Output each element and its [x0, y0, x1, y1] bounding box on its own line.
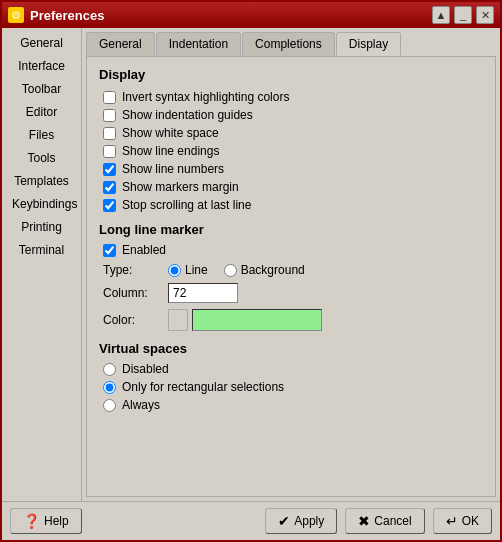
- checkbox-line-numbers-label: Show line numbers: [122, 162, 224, 176]
- help-label: Help: [44, 514, 69, 528]
- bottom-right-buttons: ✔ Apply ✖ Cancel ↵ OK: [265, 508, 492, 534]
- checkbox-invert-syntax-label: Invert syntax highlighting colors: [122, 90, 289, 104]
- titlebar-buttons: ▲ _ ✕: [432, 6, 494, 24]
- type-background-label: Background: [241, 263, 305, 277]
- enabled-label: Enabled: [122, 243, 166, 257]
- type-line-radio[interactable]: [168, 264, 181, 277]
- column-input[interactable]: [168, 283, 238, 303]
- content-area: General Interface Toolbar Editor Files T…: [2, 28, 500, 501]
- type-row: Type: Line Background: [99, 263, 483, 277]
- cancel-button[interactable]: ✖ Cancel: [345, 508, 424, 534]
- color-container: [168, 309, 322, 331]
- checkbox-line-endings-label: Show line endings: [122, 144, 219, 158]
- cancel-icon: ✖: [358, 513, 370, 529]
- sidebar-item-editor[interactable]: Editor: [4, 101, 79, 123]
- tab-completions[interactable]: Completions: [242, 32, 335, 56]
- long-line-marker-title: Long line marker: [99, 222, 483, 237]
- tab-display[interactable]: Display: [336, 32, 401, 56]
- sidebar-item-tools[interactable]: Tools: [4, 147, 79, 169]
- tab-indentation[interactable]: Indentation: [156, 32, 241, 56]
- up-button[interactable]: ▲: [432, 6, 450, 24]
- long-line-marker-section: Long line marker Enabled Type: Line: [99, 222, 483, 331]
- checkbox-stop-scrolling-label: Stop scrolling at last line: [122, 198, 251, 212]
- sidebar-item-toolbar[interactable]: Toolbar: [4, 78, 79, 100]
- sidebar-item-terminal[interactable]: Terminal: [4, 239, 79, 261]
- checkbox-line-endings-input[interactable]: [103, 145, 116, 158]
- color-label: Color:: [103, 313, 168, 327]
- type-line-label: Line: [185, 263, 208, 277]
- checkbox-invert-syntax: Invert syntax highlighting colors: [99, 90, 483, 104]
- checkbox-indent-guides-input[interactable]: [103, 109, 116, 122]
- virtual-always-label: Always: [122, 398, 160, 412]
- virtual-disabled-label: Disabled: [122, 362, 169, 376]
- checkbox-line-endings: Show line endings: [99, 144, 483, 158]
- main-area: General Indentation Completions Display …: [82, 28, 500, 501]
- sidebar-item-general[interactable]: General: [4, 32, 79, 54]
- sidebar-item-printing[interactable]: Printing: [4, 216, 79, 238]
- virtual-spaces-title: Virtual spaces: [99, 341, 483, 356]
- sidebar-item-templates[interactable]: Templates: [4, 170, 79, 192]
- tab-general[interactable]: General: [86, 32, 155, 56]
- checkbox-white-space: Show white space: [99, 126, 483, 140]
- sidebar-item-interface[interactable]: Interface: [4, 55, 79, 77]
- close-button[interactable]: ✕: [476, 6, 494, 24]
- help-icon: ❓: [23, 513, 40, 529]
- virtual-disabled-row: Disabled: [99, 362, 483, 376]
- type-background-radio-label[interactable]: Background: [224, 263, 305, 277]
- tab-bar: General Indentation Completions Display: [86, 32, 496, 56]
- virtual-always-radio[interactable]: [103, 399, 116, 412]
- titlebar-left: ⚙ Preferences: [8, 7, 104, 23]
- checkbox-white-space-label: Show white space: [122, 126, 219, 140]
- titlebar: ⚙ Preferences ▲ _ ✕: [2, 2, 500, 28]
- enabled-checkbox[interactable]: [103, 244, 116, 257]
- checkbox-markers-margin: Show markers margin: [99, 180, 483, 194]
- type-radio-group: Line Background: [168, 263, 305, 277]
- minimize-button[interactable]: _: [454, 6, 472, 24]
- sidebar-item-files[interactable]: Files: [4, 124, 79, 146]
- tab-content-display: Display Invert syntax highlighting color…: [86, 56, 496, 497]
- enabled-row: Enabled: [99, 243, 483, 257]
- virtual-spaces-section: Virtual spaces Disabled Only for rectang…: [99, 341, 483, 412]
- checkbox-markers-margin-label: Show markers margin: [122, 180, 239, 194]
- column-label: Column:: [103, 286, 168, 300]
- virtual-always-row: Always: [99, 398, 483, 412]
- color-row: Color:: [99, 309, 483, 331]
- display-section-title: Display: [99, 67, 483, 82]
- app-icon: ⚙: [8, 7, 24, 23]
- color-swatch[interactable]: [192, 309, 322, 331]
- virtual-rectangular-label: Only for rectangular selections: [122, 380, 284, 394]
- virtual-rectangular-row: Only for rectangular selections: [99, 380, 483, 394]
- checkbox-invert-syntax-input[interactable]: [103, 91, 116, 104]
- sidebar-item-keybindings[interactable]: Keybindings: [4, 193, 79, 215]
- apply-button[interactable]: ✔ Apply: [265, 508, 337, 534]
- preferences-window: ⚙ Preferences ▲ _ ✕ General Interface To…: [0, 0, 502, 542]
- type-label: Type:: [103, 263, 168, 277]
- checkbox-indent-guides: Show indentation guides: [99, 108, 483, 122]
- type-line-radio-label[interactable]: Line: [168, 263, 208, 277]
- ok-label: OK: [462, 514, 479, 528]
- window-title: Preferences: [30, 8, 104, 23]
- checkbox-stop-scrolling: Stop scrolling at last line: [99, 198, 483, 212]
- help-button[interactable]: ❓ Help: [10, 508, 82, 534]
- ok-button[interactable]: ↵ OK: [433, 508, 492, 534]
- checkbox-markers-margin-input[interactable]: [103, 181, 116, 194]
- checkbox-white-space-input[interactable]: [103, 127, 116, 140]
- checkbox-line-numbers-input[interactable]: [103, 163, 116, 176]
- color-empty-swatch: [168, 309, 188, 331]
- type-background-radio[interactable]: [224, 264, 237, 277]
- cancel-label: Cancel: [374, 514, 411, 528]
- column-row: Column:: [99, 283, 483, 303]
- checkbox-line-numbers: Show line numbers: [99, 162, 483, 176]
- checkbox-stop-scrolling-input[interactable]: [103, 199, 116, 212]
- bottom-bar: ❓ Help ✔ Apply ✖ Cancel ↵ OK: [2, 501, 500, 540]
- virtual-disabled-radio[interactable]: [103, 363, 116, 376]
- sidebar: General Interface Toolbar Editor Files T…: [2, 28, 82, 501]
- virtual-rectangular-radio[interactable]: [103, 381, 116, 394]
- checkbox-indent-guides-label: Show indentation guides: [122, 108, 253, 122]
- ok-icon: ↵: [446, 513, 458, 529]
- apply-label: Apply: [294, 514, 324, 528]
- apply-icon: ✔: [278, 513, 290, 529]
